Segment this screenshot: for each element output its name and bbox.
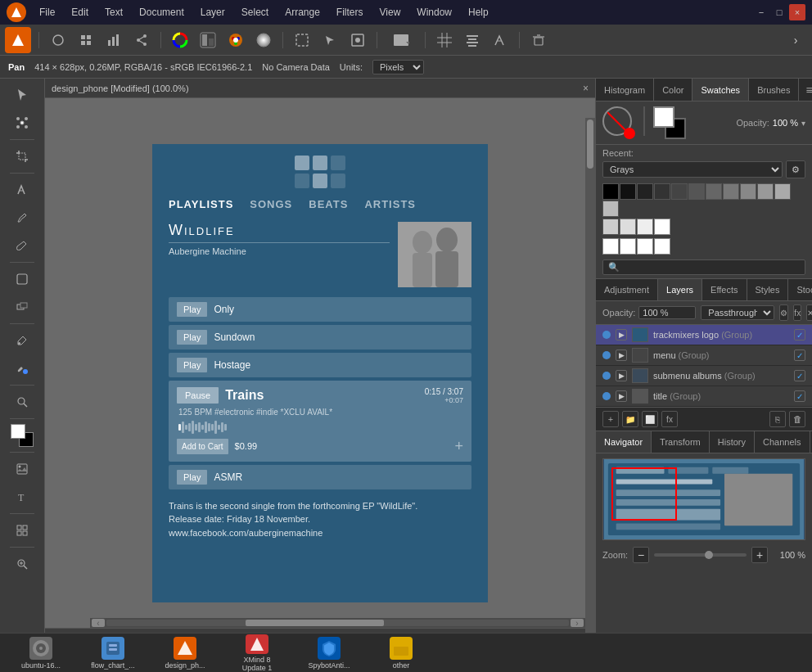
app-icon-btn[interactable] — [5, 27, 31, 53]
tab-histogram[interactable]: Histogram — [596, 79, 654, 101]
tool-crop[interactable] — [9, 143, 35, 169]
tool-pencil[interactable] — [9, 205, 35, 231]
layers-settings-btn[interactable]: ⚙ — [779, 304, 788, 321]
taskbar-item-other[interactable]: other — [368, 635, 434, 671]
swatch-444[interactable] — [671, 183, 688, 200]
layer-item-0[interactable]: ▶ trackmixers logo (Group) ✓ — [596, 325, 812, 345]
swatch-w4[interactable] — [654, 238, 670, 255]
toolbar-pen-btn[interactable] — [489, 29, 512, 52]
recent-action-btn[interactable]: ⚙ — [786, 160, 805, 178]
menu-arrange[interactable]: Arrange — [278, 5, 327, 20]
tool-grid3[interactable] — [9, 517, 35, 543]
toolbar-hsl-btn[interactable] — [196, 29, 219, 52]
foreground-swatch[interactable] — [653, 106, 674, 128]
tool-node[interactable] — [9, 110, 35, 136]
tool-brush[interactable] — [9, 232, 35, 259]
tab-adjustment[interactable]: Adjustment — [596, 279, 658, 300]
toolbar-grid2-btn[interactable] — [433, 29, 456, 52]
tool-shape[interactable] — [9, 266, 35, 292]
swatch-333[interactable] — [654, 183, 670, 200]
minimize-button[interactable]: − — [753, 4, 769, 20]
design-nav-beats[interactable]: BEATS — [309, 198, 348, 210]
layer-expand-2[interactable]: ▶ — [616, 370, 627, 381]
units-select[interactable]: Pixels Inches mm — [372, 60, 424, 74]
layer-check-2[interactable]: ✓ — [794, 370, 805, 381]
tab-effects[interactable]: Effects — [702, 279, 747, 300]
fg-bg-swatches[interactable] — [653, 106, 686, 139]
layer-folder-btn[interactable]: 📁 — [622, 411, 638, 427]
zoom-slider-handle[interactable] — [705, 551, 713, 559]
swatch-111[interactable] — [620, 183, 636, 200]
recent-palette-select[interactable]: Grays Basic Pastels — [602, 161, 783, 178]
maximize-button[interactable]: □ — [771, 4, 787, 20]
swatch-777[interactable] — [723, 183, 739, 200]
layer-mask-btn[interactable]: ⬜ — [642, 411, 658, 427]
design-add-cart-button[interactable]: Add to Cart — [177, 439, 228, 454]
layers-opacity-input[interactable] — [638, 306, 696, 319]
scroll-horizontal[interactable]: ‹ › — [90, 618, 585, 628]
tab-history[interactable]: History — [710, 431, 755, 453]
color-swatches-tool[interactable] — [11, 424, 34, 447]
canvas-content[interactable]: PLAYLISTS SONGS BEATS ARTISTS Wildlife A… — [45, 98, 595, 647]
swatch-222[interactable] — [637, 183, 653, 200]
layer-trash-btn[interactable]: 🗑 — [789, 411, 805, 427]
toolbar-arrow-btn[interactable] — [318, 29, 341, 52]
menu-help[interactable]: Help — [462, 5, 495, 20]
scroll-thumb-vertical[interactable] — [587, 120, 593, 169]
menu-select[interactable]: Select — [235, 5, 275, 20]
swatch-w2[interactable] — [620, 238, 636, 255]
toolbar-trash-btn[interactable] — [527, 29, 550, 52]
tool-magnify[interactable] — [9, 551, 35, 577]
layer-visibility-3[interactable] — [602, 392, 611, 400]
swatch-666[interactable] — [706, 183, 722, 200]
tool-eyedropper[interactable] — [9, 327, 35, 354]
taskbar-item-spybot[interactable]: SpybotAnti... — [296, 635, 362, 671]
taskbar-item-flowchart[interactable]: flow_chart_... — [80, 635, 146, 671]
swatch-aaa[interactable] — [774, 183, 791, 200]
layer-item-2[interactable]: ▶ submenu albums (Group) ✓ — [596, 366, 812, 386]
tab-swatches[interactable]: Swatches — [692, 79, 749, 101]
design-nav-playlists[interactable]: PLAYLISTS — [169, 198, 233, 210]
layer-expand-0[interactable]: ▶ — [616, 329, 627, 341]
layer-add-btn[interactable]: + — [602, 411, 619, 427]
tab-styles[interactable]: Styles — [747, 279, 789, 300]
menu-edit[interactable]: Edit — [65, 5, 95, 20]
tool-image[interactable] — [9, 456, 35, 482]
layer-fx2-btn[interactable]: fx — [661, 411, 678, 427]
swatch-eee[interactable] — [637, 219, 653, 235]
scroll-handle[interactable] — [246, 620, 385, 626]
tool-fill[interactable] — [9, 355, 35, 381]
design-play-asmr-button[interactable]: Play — [177, 470, 207, 485]
scroll-track[interactable] — [106, 620, 569, 626]
swatch-w1[interactable] — [602, 238, 619, 255]
menu-layer[interactable]: Layer — [194, 5, 232, 20]
menu-file[interactable]: File — [33, 5, 61, 20]
menu-filters[interactable]: Filters — [330, 5, 370, 20]
design-pause-button[interactable]: Pause — [177, 387, 219, 404]
swatch-bbb[interactable] — [602, 201, 619, 217]
design-play-sundown-button[interactable]: Play — [177, 330, 207, 345]
swatch-999[interactable] — [757, 183, 774, 200]
tab-color[interactable]: Color — [654, 79, 692, 101]
layer-dup-btn[interactable]: ⎘ — [769, 411, 786, 427]
layer-expand-3[interactable]: ▶ — [616, 390, 627, 402]
toolbar-grid-btn[interactable] — [74, 29, 97, 52]
layer-item-3[interactable]: ▶ title (Group) ✓ — [596, 386, 812, 407]
toolbar-gradient-btn[interactable] — [252, 29, 275, 52]
zoom-slider[interactable] — [654, 553, 747, 557]
layer-check-3[interactable]: ✓ — [794, 390, 805, 402]
swatch-ccc[interactable] — [602, 219, 619, 235]
scroll-left-btn[interactable]: ‹ — [92, 619, 105, 627]
swatch-555[interactable] — [688, 183, 705, 200]
blend-mode-select[interactable]: Passthrough Normal Multiply — [701, 305, 774, 320]
swatch-w3[interactable] — [637, 238, 653, 255]
layer-check-0[interactable]: ✓ — [794, 329, 805, 341]
opacity-dropdown-arrow[interactable]: ▾ — [801, 119, 805, 128]
zoom-plus-button[interactable]: + — [751, 547, 768, 563]
menu-view[interactable]: View — [373, 5, 408, 20]
toolbar-palette-btn[interactable] — [224, 29, 247, 52]
taskbar-item-affinity[interactable]: design_ph... — [152, 635, 218, 671]
layers-fx-btn[interactable]: fx — [793, 304, 801, 321]
taskbar-item-ubuntu[interactable]: ubuntu-16... — [8, 635, 74, 671]
toolbar-share-btn[interactable] — [130, 29, 153, 52]
